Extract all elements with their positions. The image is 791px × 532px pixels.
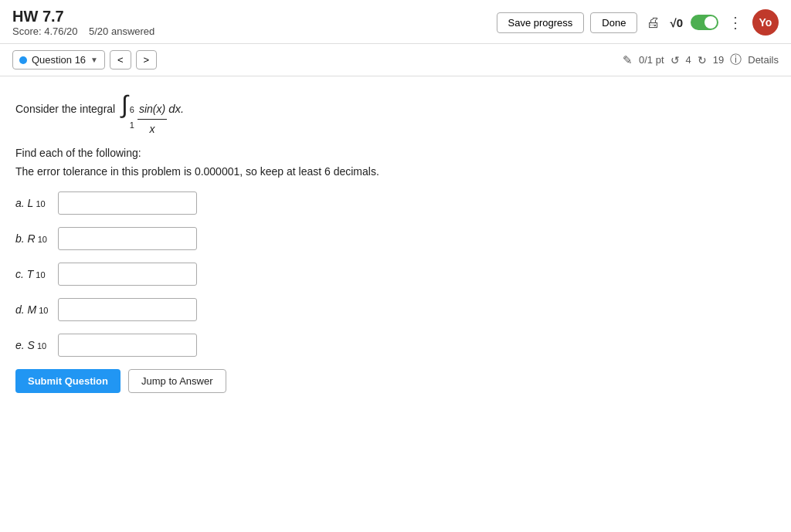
problem-statement: Consider the integral ∫ 6 1 sin(x) x dx. (15, 92, 525, 139)
label-sub-c: 10 (36, 270, 45, 280)
history-count: 19 (713, 54, 724, 66)
question-selector[interactable]: Question 16 ▼ (12, 50, 105, 69)
details-label: Details (748, 54, 779, 66)
prev-question-button[interactable]: < (110, 50, 131, 69)
fraction-numerator: sin(x) (137, 100, 167, 120)
action-buttons: Submit Question Jump to Answer (15, 369, 525, 393)
history-icon: ↻ (698, 54, 707, 66)
integral-expression: ∫ 6 1 sin(x) x dx. (121, 92, 184, 139)
find-text: Find each of the following: (15, 147, 525, 159)
label-letter-e: e. S (15, 339, 35, 351)
chevron-down-icon: ▼ (90, 56, 98, 64)
answered-text: 5/20 answered (89, 25, 154, 37)
retry-count: 4 (686, 54, 691, 66)
label-letter-b: b. R (15, 232, 36, 245)
sqrt-icon: √0 (670, 16, 683, 29)
hw-score: Score: 4.76/20 5/20 answered (12, 25, 154, 37)
label-sub-a: 10 (36, 199, 45, 208)
question-nav: Question 16 ▼ < > ✎ 0/1 pt ↺ 4 ↻ 19 ⓘ De… (0, 44, 791, 76)
label-sub-d: 10 (39, 306, 48, 315)
label-sub-e: 10 (37, 341, 46, 351)
label-d: d. M10 (15, 303, 58, 316)
label-a: a. L10 (15, 197, 58, 209)
input-l10[interactable] (58, 191, 197, 215)
menu-dots-icon[interactable]: ⋮ (725, 12, 746, 33)
top-right-actions: Save progress Done 🖨 √0 ⋮ Yo (497, 9, 779, 36)
label-b: b. R10 (15, 232, 58, 245)
integral-fraction: sin(x) x (137, 100, 167, 139)
hw-info: HW 7.7 Score: 4.76/20 5/20 answered (12, 8, 154, 37)
integral-lower-limit: 1 (130, 118, 134, 134)
print-icon[interactable]: 🖨 (643, 13, 664, 32)
error-text: The error tolerance in this problem is 0… (15, 165, 525, 178)
info-icon: ⓘ (730, 53, 742, 67)
top-bar: HW 7.7 Score: 4.76/20 5/20 answered Save… (0, 0, 791, 44)
details-link[interactable]: Details (748, 54, 779, 66)
done-button[interactable]: Done (590, 12, 637, 33)
input-m10[interactable] (58, 298, 197, 321)
fraction-denominator: x (148, 120, 157, 139)
save-progress-button[interactable]: Save progress (497, 12, 585, 33)
question-label: Question 16 (32, 54, 86, 66)
toggle-switch[interactable] (691, 15, 718, 30)
submit-question-button[interactable]: Submit Question (15, 369, 121, 393)
integral-upper-limit: 6 (130, 103, 134, 118)
score-text: Score: 4.76/20 (12, 25, 78, 37)
avatar: Yo (752, 9, 779, 36)
question-nav-right: ✎ 0/1 pt ↺ 4 ↻ 19 ⓘ Details (623, 53, 779, 67)
dx-text: dx. (168, 98, 184, 119)
input-row-e: e. S10 (15, 334, 525, 357)
hw-title: HW 7.7 (12, 8, 154, 25)
input-row-b: b. R10 (15, 227, 525, 250)
input-t10[interactable] (58, 263, 197, 286)
label-e: e. S10 (15, 339, 58, 351)
question-nav-left: Question 16 ▼ < > (12, 50, 157, 69)
label-c: c. T10 (15, 268, 58, 280)
label-letter-c: c. T (15, 268, 33, 280)
jump-to-answer-button[interactable]: Jump to Answer (128, 369, 226, 393)
integral-intro-text: Consider the integral (15, 103, 115, 115)
input-row-a: a. L10 (15, 191, 525, 215)
input-r10[interactable] (58, 227, 197, 250)
edit-icon: ✎ (623, 53, 633, 67)
score-display: 0/1 pt (639, 54, 664, 66)
input-row-c: c. T10 (15, 263, 525, 286)
label-sub-b: 10 (38, 235, 47, 244)
integral-sign: ∫ (121, 92, 128, 117)
input-row-d: d. M10 (15, 298, 525, 321)
label-letter-d: d. M (15, 303, 36, 316)
integral-limits: 6 1 (130, 103, 134, 134)
retry-icon: ↺ (670, 54, 680, 66)
next-question-button[interactable]: > (136, 50, 158, 69)
main-content: Consider the integral ∫ 6 1 sin(x) x dx.… (0, 76, 541, 408)
question-status-dot (19, 56, 27, 64)
input-s10[interactable] (58, 334, 197, 357)
label-letter-a: a. L (15, 197, 33, 209)
